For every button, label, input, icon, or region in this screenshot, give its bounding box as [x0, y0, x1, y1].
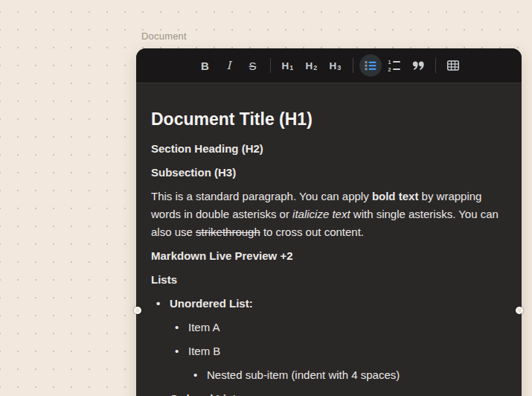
toolbar-divider	[353, 58, 353, 73]
strikethrough-text-sample: strikethrough	[196, 226, 260, 238]
italic-button[interactable]: I	[218, 54, 240, 77]
list-item: Unordered List:	[151, 295, 505, 313]
doc-title-h1: Document Title (H1)	[151, 108, 505, 130]
resize-handle-left[interactable]	[134, 307, 141, 314]
bold-button[interactable]: B	[194, 54, 217, 77]
table-icon	[446, 60, 460, 71]
list-item: Item A	[170, 319, 505, 336]
bold-text-sample: bold text	[372, 190, 419, 202]
resize-handle-right[interactable]	[516, 307, 523, 314]
list-item: Nested sub-item (indent with 4 spaces)	[188, 366, 505, 384]
blockquote-icon	[411, 60, 425, 71]
heading1-icon: H1	[282, 60, 294, 71]
doc-lists-heading: Lists	[151, 271, 505, 289]
heading3-button[interactable]: H3	[324, 54, 347, 77]
bullet-list-icon	[364, 60, 377, 71]
list-item: Ordered List:	[151, 390, 505, 396]
heading2-icon: H2	[306, 60, 318, 71]
strikethrough-button[interactable]: S	[242, 54, 264, 77]
strikethrough-icon: S	[249, 60, 256, 72]
ordered-list-button[interactable]: 1 2	[383, 54, 406, 77]
bold-icon: B	[201, 60, 209, 72]
frame-label[interactable]: Document	[141, 31, 187, 42]
ordered-list-icon: 1 2	[388, 60, 400, 72]
toolbar-divider	[435, 58, 436, 73]
document-card: B I S H1 H2 H3	[136, 48, 522, 396]
bullet-list-button[interactable]	[359, 54, 382, 77]
toolbar-divider	[270, 58, 271, 73]
table-button[interactable]	[442, 54, 464, 77]
doc-subtitle: Markdown Live Preview +2	[151, 247, 505, 265]
doc-paragraph: This is a standard paragraph. You can ap…	[151, 188, 505, 241]
formatting-toolbar: B I S H1 H2 H3	[136, 48, 522, 83]
italic-text-sample: italicize text	[292, 208, 350, 220]
heading3-icon: H3	[330, 60, 342, 71]
heading1-button[interactable]: H1	[277, 54, 299, 77]
document-content[interactable]: Document Title (H1) Section Heading (H2)…	[136, 83, 522, 396]
italic-icon: I	[227, 59, 231, 72]
list-item: Item B	[170, 342, 505, 360]
doc-heading-h2: Section Heading (H2)	[151, 140, 505, 158]
blockquote-button[interactable]	[407, 54, 429, 77]
canvas-background: Document B I S H1 H2 H3	[0, 0, 532, 396]
heading2-button[interactable]: H2	[301, 54, 323, 77]
doc-heading-h3: Subsection (H3)	[151, 164, 505, 182]
